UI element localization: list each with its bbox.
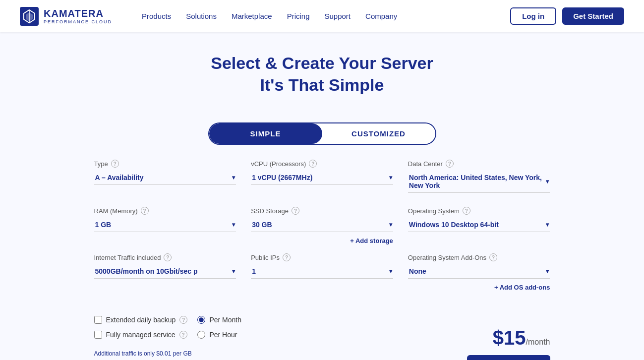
type-help-icon[interactable]: ? <box>111 160 119 168</box>
type-field: Type ? A – Availability ▾ <box>94 160 236 193</box>
ram-value: 1 GB <box>95 221 112 229</box>
type-value: A – Availability <box>95 174 144 181</box>
vcpu-select[interactable]: 1 vCPU (2667MHz) ▾ <box>251 171 393 185</box>
nav-company[interactable]: Company <box>365 12 397 20</box>
hero-title-line2: It's That Simple <box>260 75 384 94</box>
customized-toggle[interactable]: CUSTOMIZED <box>322 123 435 144</box>
ssd-chevron-icon: ▾ <box>389 221 392 228</box>
per-month-row: Per Month <box>197 316 291 324</box>
public-ips-label: Public IPs <box>251 254 280 261</box>
managed-service-help-icon[interactable]: ? <box>179 331 187 339</box>
mode-toggle-group: SIMPLE CUSTOMIZED <box>208 122 436 145</box>
hero-section: Select & Create Your Server It's That Si… <box>0 32 644 111</box>
os-help-icon[interactable]: ? <box>463 207 470 215</box>
extended-backup-label: Extended daily backup <box>106 316 176 324</box>
footer-info: Additional traffic is only $0.01 per GB … <box>94 349 292 360</box>
public-ips-help-icon[interactable]: ? <box>283 253 291 261</box>
datacenter-select[interactable]: North America: United States, New York, … <box>408 171 550 193</box>
signup-button[interactable]: Sign Up <box>467 355 550 360</box>
os-addons-select[interactable]: None ▾ <box>408 264 550 279</box>
type-chevron-icon: ▾ <box>232 174 235 181</box>
billing-section: Extended daily backup ? Fully managed se… <box>94 316 292 339</box>
ram-field: RAM (Memory) ? 1 GB ▾ <box>94 207 236 244</box>
ssd-help-icon[interactable]: ? <box>292 207 299 215</box>
login-button[interactable]: Log in <box>510 7 556 25</box>
public-ips-field: Public IPs ? 1 ▾ <box>251 253 393 291</box>
ssd-value: 30 GB <box>252 221 272 229</box>
extended-backup-help-icon[interactable]: ? <box>179 316 187 324</box>
nav-pricing[interactable]: Pricing <box>287 12 310 20</box>
vcpu-chevron-icon: ▾ <box>389 174 392 181</box>
vcpu-help-icon[interactable]: ? <box>309 160 317 168</box>
logo-sub: PERFORMANCE CLOUD <box>44 19 112 24</box>
os-field: Operating System ? Windows 10 Desktop 64… <box>408 207 550 244</box>
vcpu-value: 1 vCPU (2667MHz) <box>252 174 312 181</box>
ssd-label: SSD Storage <box>251 207 289 215</box>
per-month-label: Per Month <box>209 316 241 324</box>
vcpu-label: vCPU (Processors) <box>251 160 306 168</box>
footer-info-line1: Additional traffic is only $0.01 per GB <box>94 349 292 359</box>
os-value: Windows 10 Desktop 64-bit <box>409 221 499 229</box>
traffic-help-icon[interactable]: ? <box>164 253 172 261</box>
datacenter-label: Data Center <box>408 160 443 168</box>
server-config-form: Type ? A – Availability ▾ vCPU (Processo… <box>84 160 560 360</box>
logo[interactable]: KAMATERA PERFORMANCE CLOUD <box>20 7 112 26</box>
type-label: Type <box>94 160 108 168</box>
per-hour-row: Per Hour <box>197 331 291 339</box>
add-storage-link[interactable]: + Add storage <box>251 237 393 244</box>
os-chevron-icon: ▾ <box>546 221 549 228</box>
ssd-select[interactable]: 30 GB ▾ <box>251 218 393 232</box>
os-addons-label: Operating System Add-Ons <box>408 254 486 261</box>
os-addons-help-icon[interactable]: ? <box>489 253 497 261</box>
price-amount: $15 <box>493 327 526 349</box>
logo-name: KAMATERA <box>44 8 112 19</box>
per-hour-radio[interactable] <box>197 331 205 339</box>
type-select[interactable]: A – Availability ▾ <box>94 171 236 185</box>
vcpu-field: vCPU (Processors) ? 1 vCPU (2667MHz) ▾ <box>251 160 393 193</box>
ram-label: RAM (Memory) <box>94 207 138 215</box>
ram-help-icon[interactable]: ? <box>141 207 149 215</box>
managed-service-row: Fully managed service ? <box>94 331 188 339</box>
traffic-label: Internet Traffic included <box>94 254 161 261</box>
datacenter-help-icon[interactable]: ? <box>446 160 454 168</box>
datacenter-field: Data Center ? North America: United Stat… <box>408 160 550 193</box>
traffic-value: 5000GB/month on 10Gbit/sec p <box>95 267 198 275</box>
traffic-chevron-icon: ▾ <box>232 268 235 275</box>
datacenter-value: North America: United States, New York, … <box>409 174 546 189</box>
managed-service-label: Fully managed service <box>106 331 176 339</box>
price-period: /month <box>526 338 550 346</box>
traffic-select[interactable]: 5000GB/month on 10Gbit/sec p ▾ <box>94 264 236 279</box>
ram-chevron-icon: ▾ <box>232 221 235 228</box>
per-hour-label: Per Hour <box>209 331 237 339</box>
extended-backup-row: Extended daily backup ? <box>94 316 188 324</box>
os-label: Operating System <box>408 207 460 215</box>
add-os-addons-link[interactable]: + Add OS add-ons <box>408 284 550 291</box>
simple-toggle[interactable]: SIMPLE <box>209 123 322 144</box>
os-select[interactable]: Windows 10 Desktop 64-bit ▾ <box>408 218 550 232</box>
price-section: $15/month Sign Up <box>467 327 550 360</box>
mode-toggle-wrap: SIMPLE CUSTOMIZED <box>0 122 644 145</box>
extended-backup-checkbox[interactable] <box>94 316 102 324</box>
getstarted-button[interactable]: Get Started <box>562 7 624 25</box>
nav-marketplace[interactable]: Marketplace <box>232 12 272 20</box>
traffic-field: Internet Traffic included ? 5000GB/month… <box>94 253 236 291</box>
datacenter-chevron-icon: ▾ <box>546 178 549 185</box>
per-month-radio[interactable] <box>197 316 205 324</box>
checkboxes: Extended daily backup ? Fully managed se… <box>94 316 188 339</box>
os-addons-chevron-icon: ▾ <box>546 268 549 275</box>
managed-service-checkbox[interactable] <box>94 331 102 339</box>
billing-radio-group: Per Month Per Hour <box>197 316 291 339</box>
ssd-field: SSD Storage ? 30 GB ▾ + Add storage <box>251 207 393 244</box>
public-ips-chevron-icon: ▾ <box>389 268 392 275</box>
nav-products[interactable]: Products <box>142 12 171 20</box>
nav-support[interactable]: Support <box>325 12 351 20</box>
public-ips-select[interactable]: 1 ▾ <box>251 264 393 279</box>
nav-solutions[interactable]: Solutions <box>186 12 217 20</box>
public-ips-value: 1 <box>252 267 256 275</box>
os-addons-field: Operating System Add-Ons ? None ▾ + Add … <box>408 253 550 291</box>
hero-title-line1: Select & Create Your Server <box>211 54 433 72</box>
ram-select[interactable]: 1 GB ▾ <box>94 218 236 232</box>
os-addons-value: None <box>409 267 426 275</box>
